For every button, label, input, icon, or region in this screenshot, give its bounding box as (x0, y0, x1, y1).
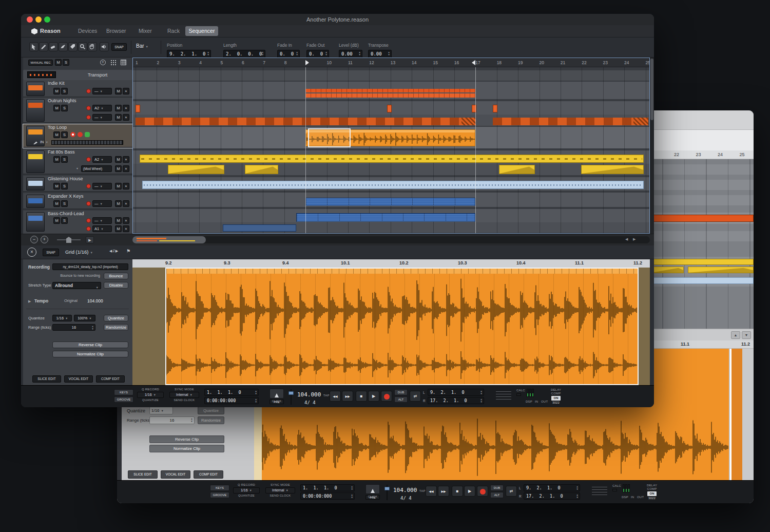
groove-button[interactable]: GROOVE (210, 492, 229, 498)
outrun-pattern-clip[interactable] (493, 118, 648, 125)
mute-button[interactable]: M (53, 105, 60, 111)
fade-out-input[interactable]: 0. 0▲▼ (306, 50, 329, 58)
length-input[interactable]: 2. 0. 0. 0▲▼ (223, 50, 265, 58)
comp-edit-tab[interactable]: COMP EDIT (96, 375, 125, 383)
slice-strip[interactable] (166, 269, 638, 274)
track-options-icon[interactable] (110, 60, 116, 65)
randomize-button[interactable]: Randomize (104, 324, 128, 331)
w2-vocal-edit-tab[interactable]: VOCAL EDIT (161, 470, 190, 479)
solo-button[interactable]: S (61, 105, 68, 111)
outrun-clip[interactable] (387, 105, 392, 112)
song-position-display[interactable]: 1. 1. 1. 0▲▼ (204, 389, 259, 396)
click-button[interactable]: CLICK (270, 389, 284, 398)
lane-delete-icon[interactable]: × (123, 105, 129, 111)
pencil-tool-icon[interactable] (39, 42, 48, 51)
track-fat-80s-bass[interactable]: Fat 80s Bass M S A2▼ M × ▾ (Mod Wheel) M… (23, 149, 132, 175)
lane-delete-icon[interactable]: × (123, 156, 129, 163)
record-arm[interactable] (86, 218, 91, 223)
selected-clip-region[interactable] (308, 128, 351, 147)
play-button[interactable]: ▶ (368, 391, 379, 402)
position-input[interactable]: 9. 2. 1. 0▲▼ (167, 50, 211, 58)
hand-tool-icon[interactable] (88, 42, 97, 51)
track-grid-icon[interactable] (121, 60, 126, 65)
lane-select[interactable]: A2▼ (92, 105, 112, 111)
fade-in-input[interactable]: 0. 0▲▼ (277, 50, 300, 58)
tap-button[interactable]: TAP (323, 394, 330, 397)
lane-delete-icon[interactable]: × (123, 217, 129, 224)
outrun-clip[interactable] (493, 105, 497, 112)
stop-button[interactable]: ■ (452, 486, 463, 497)
solo-button[interactable]: S (61, 88, 68, 94)
nav-devices[interactable]: Devices (78, 28, 97, 34)
track-scrollbar-thumb[interactable] (650, 59, 653, 120)
w2-range-input[interactable]: 16▲▼ (149, 416, 195, 424)
loop-button[interactable]: ⇄ (410, 391, 421, 402)
lane-select[interactable]: A2▼ (92, 156, 112, 163)
alt-button[interactable]: ALT (490, 492, 504, 498)
lane-delete-icon[interactable]: × (123, 200, 129, 207)
quantize-value-select[interactable]: 1/16▼ (52, 315, 72, 321)
w2-quantize-button[interactable]: Quantize (198, 407, 224, 414)
mute-button[interactable]: M (53, 200, 60, 207)
lane-mute-button[interactable]: M (115, 183, 122, 189)
follow-flag-icon[interactable]: ⚑ (126, 249, 130, 254)
outrun-clip[interactable] (136, 105, 140, 112)
lane-mute-button[interactable]: M (115, 165, 122, 172)
w2-quantize-select[interactable]: 1/16▼ (149, 407, 173, 414)
lane-mute-button[interactable]: M (115, 114, 122, 121)
stretch-type-select[interactable]: Allround▼ (52, 282, 101, 289)
zoom-out-icon[interactable]: − (30, 236, 38, 243)
bounce-button[interactable]: Bounce (104, 273, 128, 279)
w2-delay-comp[interactable]: DELAY COMP ON 3022 (644, 484, 660, 500)
lane-select[interactable]: —▼ (92, 183, 112, 189)
record-arm[interactable] (86, 201, 91, 206)
time-display[interactable]: 0:00:00:000▲▼ (300, 492, 355, 500)
zoom-slider-handle[interactable] (66, 237, 71, 243)
edit-snap-toggle[interactable]: SNAP (43, 249, 59, 256)
transport-track[interactable]: Transport (23, 70, 132, 80)
solo-button[interactable]: S (61, 156, 68, 163)
mute-button[interactable]: M (53, 88, 60, 94)
lane-mute-button[interactable]: M (115, 156, 122, 163)
w2-clip-automation[interactable] (688, 267, 754, 273)
audio-clip-editor[interactable] (165, 268, 639, 385)
lane-select[interactable]: —▼ (92, 88, 112, 94)
lane-delete-icon[interactable]: × (123, 165, 129, 172)
solo-button[interactable]: S (61, 200, 68, 207)
right-locator-display[interactable]: 17. 2. 1. 0▲▼ (524, 492, 580, 500)
level-input[interactable]: 0.00▲▼ (339, 50, 362, 58)
loop-button[interactable]: ⇄ (506, 486, 517, 497)
track-bass-chord-lead[interactable]: Bass-Chord-Lead M S —▼ M × A1▼ M × (23, 211, 132, 234)
rewind-button[interactable]: ◀◀ (426, 486, 437, 497)
record-arm[interactable] (86, 106, 91, 110)
vocal-edit-tab[interactable]: VOCAL EDIT (64, 375, 93, 383)
click-level-slider[interactable] (384, 485, 390, 500)
alt-button[interactable]: ALT (394, 396, 408, 403)
quantize-select[interactable]: 1/16▼ (233, 487, 260, 493)
record-arm[interactable] (86, 157, 91, 162)
zoom-to-selection-icon[interactable]: ◀Z▶ (109, 249, 119, 253)
w2-randomize-button[interactable]: Randomize (198, 416, 224, 424)
indie-kit-clip[interactable] (305, 93, 475, 98)
mute-button[interactable]: M (53, 131, 60, 138)
track-outrun-nights[interactable]: Outrun Nights M S A2▼ M × —▼ M × (23, 98, 132, 123)
dub-button[interactable]: DUB (490, 485, 504, 491)
nav-rack[interactable]: Rack (167, 28, 180, 34)
lane-delete-icon[interactable]: × (123, 225, 129, 232)
click-button[interactable]: CLICK (365, 484, 380, 494)
razor-tool-icon[interactable] (59, 42, 68, 51)
track-top-loop[interactable]: Top Loop M S IN▼ (23, 124, 132, 148)
transpose-input[interactable]: 0.00▲▼ (368, 50, 392, 58)
master-mute-button[interactable]: M (55, 59, 62, 66)
quantize-select[interactable]: 1/16▼ (137, 392, 164, 398)
speaker-tool-icon[interactable] (100, 42, 109, 51)
glistening-house-clip[interactable] (142, 181, 644, 189)
solo-button[interactable]: S (61, 217, 68, 224)
lane-mute-button[interactable]: M (115, 217, 122, 224)
record-button[interactable] (381, 391, 392, 402)
sync-select[interactable]: Internal▼ (169, 392, 199, 398)
bass-chord-clip[interactable] (296, 213, 475, 222)
fat-bass-automation-clip[interactable] (581, 165, 644, 174)
w2-scroll-down-icon[interactable]: ▼ (742, 331, 751, 339)
lane-select[interactable]: —▼ (92, 217, 112, 224)
